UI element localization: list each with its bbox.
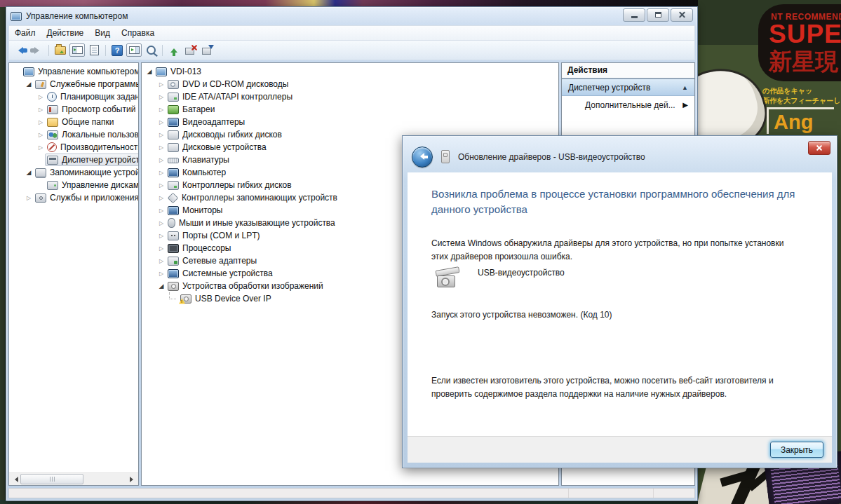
menu-item[interactable]: Файл bbox=[9, 27, 41, 39]
tree-item[interactable]: ▷DVD и CD-ROM дисководы bbox=[142, 78, 558, 90]
expand-icon[interactable]: ▷ bbox=[36, 132, 45, 138]
expand-icon[interactable]: ▷ bbox=[157, 182, 166, 189]
title-bar[interactable]: Управление компьютером bbox=[8, 7, 695, 25]
tree-item-target: Контроллеры гибких дисков bbox=[166, 179, 295, 191]
mon-icon bbox=[168, 118, 179, 127]
back-icon[interactable] bbox=[13, 43, 28, 57]
scan-hardware-changes-icon[interactable] bbox=[200, 43, 215, 57]
tree-item-target: USB Device Over IP bbox=[178, 292, 275, 305]
scrollbar-thumb[interactable] bbox=[20, 474, 83, 484]
properties-icon[interactable] bbox=[86, 43, 102, 57]
tree-item[interactable]: Управление компьютером (л bbox=[9, 65, 138, 78]
expand-icon[interactable]: ▷ bbox=[25, 195, 33, 201]
collapse-icon[interactable]: ▲ bbox=[682, 84, 688, 91]
tree-item-target: Устройства обработки изображений bbox=[166, 280, 327, 292]
scroll-left-button[interactable] bbox=[9, 474, 20, 485]
tree-item[interactable]: ▷Общие папки bbox=[9, 116, 138, 128]
scan-detect-icon[interactable] bbox=[143, 43, 159, 57]
forward-icon[interactable] bbox=[29, 43, 45, 57]
scrollbar-track[interactable] bbox=[20, 474, 127, 484]
close-button[interactable] bbox=[671, 8, 693, 22]
tree-item[interactable]: ◢VDI-013 bbox=[142, 65, 558, 78]
expand-icon[interactable]: ▷ bbox=[157, 170, 166, 176]
collapse-icon[interactable]: ◢ bbox=[157, 282, 166, 290]
expand-icon[interactable]: ▷ bbox=[157, 157, 166, 163]
horizontal-scrollbar[interactable] bbox=[9, 472, 138, 485]
menu-item[interactable]: Действие bbox=[41, 27, 90, 39]
update-driver-icon[interactable] bbox=[166, 43, 182, 57]
device-row: USB-видеоустройство bbox=[436, 266, 565, 287]
tree-item-label: DVD и CD-ROM дисководы bbox=[182, 79, 288, 89]
expand-icon[interactable]: ▷ bbox=[157, 258, 166, 264]
help-icon[interactable]: ? bbox=[109, 43, 125, 57]
expand-icon[interactable]: ▷ bbox=[157, 144, 166, 151]
expand-icon[interactable]: ▷ bbox=[157, 132, 166, 138]
tree-item-label: Видеоадаптеры bbox=[182, 117, 245, 127]
expand-icon[interactable]: ▷ bbox=[36, 94, 45, 100]
dialog-heading: Возникла проблема в процессе установки п… bbox=[431, 186, 800, 217]
menu-item[interactable]: Вид bbox=[89, 27, 116, 39]
expand-icon[interactable]: ▷ bbox=[36, 144, 45, 151]
back-button[interactable] bbox=[412, 147, 433, 168]
poster-caption2: 新作を大フィーチャーし bbox=[762, 96, 840, 106]
tree-item[interactable]: ▷Батареи bbox=[142, 103, 558, 116]
toolbar: ? bbox=[8, 41, 695, 60]
expand-icon[interactable]: ▷ bbox=[157, 107, 166, 113]
expand-icon[interactable]: ▷ bbox=[157, 271, 166, 277]
tree-item[interactable]: ◢Служебные программы bbox=[9, 78, 138, 90]
expand-icon[interactable]: ▷ bbox=[157, 195, 166, 201]
collapse-icon[interactable]: ◢ bbox=[25, 169, 33, 176]
tree-item[interactable]: ▷IDE ATA/ATAPI контроллеры bbox=[142, 90, 558, 103]
expand-icon[interactable]: ▷ bbox=[157, 94, 166, 100]
console-tree-pane: Управление компьютером (л◢Служебные прог… bbox=[8, 62, 139, 486]
expand-icon[interactable]: ▷ bbox=[157, 207, 166, 214]
book-icon bbox=[47, 105, 58, 114]
tree-item[interactable]: ▷Производительность bbox=[9, 141, 138, 154]
collapse-icon[interactable]: ◢ bbox=[145, 68, 154, 75]
expand-icon[interactable]: ▷ bbox=[36, 119, 45, 125]
tree-item[interactable]: Управление дисками bbox=[9, 179, 138, 191]
scroll-left-icon bbox=[12, 477, 18, 482]
expand-icon[interactable]: ▷ bbox=[157, 119, 166, 125]
show-actions-pane-icon[interactable] bbox=[126, 43, 142, 57]
minimize-button[interactable] bbox=[623, 8, 645, 22]
more-actions-label: Дополнительные дей... bbox=[585, 100, 675, 110]
close-dialog-button[interactable]: Закрыть bbox=[770, 442, 823, 458]
expand-icon[interactable]: ▷ bbox=[157, 233, 166, 239]
tree-item-label: IDE ATA/ATAPI контроллеры bbox=[182, 92, 292, 102]
uninstall-device-icon[interactable] bbox=[183, 43, 199, 57]
maximize-button[interactable] bbox=[647, 8, 669, 22]
expand-icon[interactable]: ▷ bbox=[157, 81, 166, 88]
actions-group-header[interactable]: Диспетчер устройств ▲ bbox=[562, 79, 694, 96]
error-text: Запуск этого устройства невозможен. (Код… bbox=[431, 310, 612, 320]
tree-item[interactable]: ▷Просмотр событий bbox=[9, 103, 138, 116]
tree-item[interactable]: ▷Службы и приложения bbox=[9, 191, 138, 204]
toolbar-separator bbox=[162, 45, 163, 56]
expand-icon[interactable]: ▷ bbox=[36, 107, 45, 113]
tree-item-target: Управление компьютером (л bbox=[21, 65, 138, 78]
collapse-icon[interactable]: ◢ bbox=[25, 81, 33, 88]
warning-icon bbox=[179, 299, 185, 304]
driver-update-dialog: Обновление драйверов - USB-видеоустройст… bbox=[402, 135, 837, 468]
tree-item-label: Устройства обработки изображений bbox=[182, 281, 323, 291]
storage-icon bbox=[35, 168, 46, 177]
scroll-right-button[interactable] bbox=[127, 474, 138, 485]
expand-icon[interactable]: ▷ bbox=[157, 220, 166, 226]
kbd-icon bbox=[168, 158, 179, 163]
show-console-tree-icon[interactable] bbox=[69, 43, 85, 57]
mouse-icon bbox=[168, 218, 175, 228]
tree-item[interactable]: ▷Видеоадаптеры bbox=[142, 116, 558, 128]
tree-item[interactable]: ◢Запоминающие устройст bbox=[9, 166, 138, 179]
tree-item[interactable]: Диспетчер устройств bbox=[9, 154, 138, 166]
export-list-icon[interactable] bbox=[53, 43, 68, 57]
dialog-paragraph2: Если известен изготовитель этого устройс… bbox=[431, 374, 793, 400]
folder-icon bbox=[47, 118, 58, 127]
more-actions-item[interactable]: Дополнительные дей... ▶ bbox=[562, 96, 694, 114]
tree-item[interactable]: ▷Локальные пользовате bbox=[9, 128, 138, 141]
dialog-close-button[interactable] bbox=[808, 141, 830, 155]
expand-icon[interactable]: ▷ bbox=[157, 245, 166, 252]
tree-item-label: Порты (COM и LPT) bbox=[182, 231, 260, 240]
window-icon bbox=[11, 12, 22, 21]
tree-item[interactable]: ▷Планировщик заданий bbox=[9, 90, 138, 103]
menu-item[interactable]: Справка bbox=[116, 27, 160, 39]
